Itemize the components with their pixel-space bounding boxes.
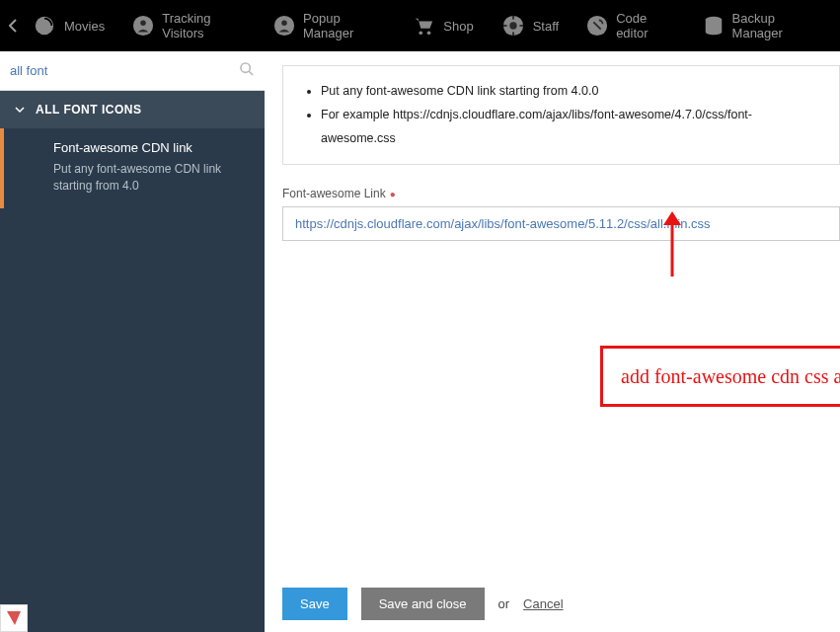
topbar-item-movies[interactable]: Movies: [19, 0, 118, 51]
tracking-icon: [132, 14, 154, 38]
topbar-label: Tracking Visitors: [162, 11, 246, 40]
search-icon[interactable]: [239, 61, 255, 80]
required-indicator: ●: [390, 189, 396, 199]
svg-point-5: [420, 32, 423, 36]
sidebar-item-title: Font-awesome CDN link: [53, 140, 251, 155]
svg-line-16: [249, 71, 253, 75]
svg-point-4: [281, 21, 287, 27]
footer: Save Save and close or Cancel: [282, 588, 840, 620]
svg-point-15: [241, 63, 250, 72]
save-button[interactable]: Save: [282, 588, 347, 620]
topbar-label: Code editor: [616, 11, 674, 40]
search-wrap: [0, 51, 265, 91]
topbar-label: Backup Manager: [732, 11, 818, 40]
topbar-item-backup[interactable]: Backup Manager: [689, 0, 832, 51]
popup-icon: [273, 14, 295, 38]
topbar-label: Popup Manager: [303, 11, 384, 40]
code-icon: [586, 14, 608, 38]
staff-icon: [501, 14, 525, 38]
section-header[interactable]: ALL FONT ICONS: [0, 91, 265, 128]
topbar-item-tracking[interactable]: Tracking Visitors: [118, 0, 260, 51]
topbar-item-staff[interactable]: Staff: [488, 0, 573, 51]
sidebar: ALL FONT ICONS Font-awesome CDN link Put…: [0, 51, 265, 632]
sidebar-item-cdn[interactable]: Font-awesome CDN link Put any font-aweso…: [0, 128, 265, 208]
main-panel: Put any font-awesome CDN link starting f…: [265, 51, 840, 632]
backup-icon: [703, 14, 725, 38]
svg-point-6: [427, 32, 431, 36]
svg-rect-11: [503, 25, 507, 27]
info-line2: For example https://cdnjs.cloudflare.com…: [321, 104, 819, 151]
topbar-item-code[interactable]: Code editor: [573, 0, 688, 51]
svg-point-8: [509, 22, 516, 29]
shop-icon: [412, 14, 435, 38]
topbar-label: Shop: [443, 19, 473, 34]
topbar-label: Staff: [533, 19, 560, 34]
cancel-link[interactable]: Cancel: [523, 596, 563, 611]
cdn-link-input[interactable]: [282, 206, 840, 241]
svg-rect-10: [512, 32, 514, 36]
info-box: Put any font-awesome CDN link starting f…: [282, 65, 840, 165]
topbar-back-icon[interactable]: [8, 10, 17, 41]
search-input[interactable]: [10, 63, 239, 78]
or-text: or: [498, 596, 510, 611]
svg-point-0: [36, 17, 53, 35]
chevron-down-icon: [14, 104, 26, 116]
info-line1: Put any font-awesome CDN link starting f…: [321, 80, 819, 104]
movies-icon: [33, 14, 56, 38]
corner-logo: [0, 604, 28, 632]
sidebar-item-desc: Put any font-awesome CDN link starting f…: [53, 161, 251, 195]
svg-point-2: [140, 21, 146, 27]
topbar: Movies Tracking Visitors Popup Manager S…: [0, 0, 840, 51]
svg-rect-12: [519, 25, 523, 27]
topbar-item-popup[interactable]: Popup Manager: [260, 0, 398, 51]
field-label: Font-awesome Link ●: [282, 187, 840, 200]
save-close-button[interactable]: Save and close: [361, 588, 485, 620]
annotation-box: add font-awesome cdn css and save it: [600, 346, 840, 407]
topbar-label: Movies: [64, 19, 105, 34]
svg-rect-9: [512, 16, 514, 20]
annotation-text: add font-awesome cdn css and save it: [621, 365, 840, 388]
section-title: ALL FONT ICONS: [36, 103, 141, 117]
topbar-item-shop[interactable]: Shop: [398, 0, 487, 51]
